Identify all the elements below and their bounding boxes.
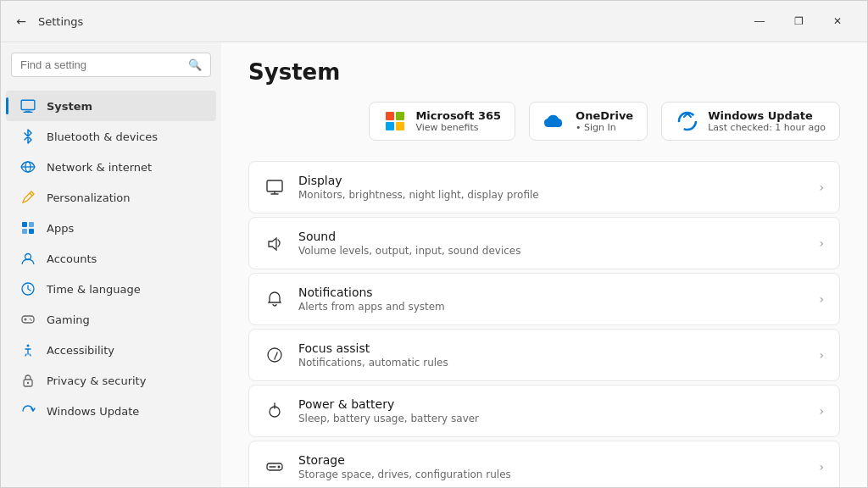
m365-name: Microsoft 365 (415, 109, 501, 122)
sidebar-item-update[interactable]: Windows Update (6, 396, 216, 426)
sidebar-item-gaming[interactable]: Gaming (6, 304, 216, 335)
privacy-icon (19, 372, 36, 389)
close-button[interactable]: ✕ (818, 8, 857, 35)
notifications-name: Notifications (298, 286, 805, 299)
sidebar-label-system: System (47, 100, 203, 113)
svg-point-14 (30, 319, 31, 320)
svg-rect-20 (267, 180, 282, 191)
sidebar-item-wrapper-apps: Apps (1, 213, 221, 243)
svg-point-15 (31, 319, 32, 321)
setting-row-storage[interactable]: Storage Storage space, drives, configura… (248, 441, 840, 487)
sidebar-item-time[interactable]: Time & language (6, 274, 216, 304)
minimize-button[interactable]: — (740, 8, 779, 35)
focus-icon (264, 345, 285, 365)
sound-name: Sound (298, 230, 805, 243)
sidebar-item-network[interactable]: Network & internet (6, 152, 216, 182)
sidebar-item-wrapper-network: Network & internet (1, 152, 221, 182)
sidebar-item-wrapper-privacy: Privacy & security (1, 365, 221, 396)
page-title: System (248, 59, 840, 85)
setting-row-notifications[interactable]: Notifications Alerts from apps and syste… (248, 273, 840, 325)
sidebar-label-time: Time & language (47, 283, 203, 296)
storage-desc: Storage space, drives, configuration rul… (298, 469, 805, 480)
display-text: Display Monitors, brightness, night ligh… (298, 174, 805, 201)
notifications-icon (264, 289, 285, 309)
back-button[interactable]: ← (11, 11, 31, 31)
search-box[interactable]: 🔍 (11, 53, 211, 77)
sidebar-item-bluetooth[interactable]: Bluetooth & devices (6, 121, 216, 152)
window-title: Settings (38, 15, 83, 28)
power-icon (264, 401, 285, 421)
focus-desc: Notifications, automatic rules (298, 357, 805, 369)
search-input[interactable] (20, 58, 181, 71)
promo-m365[interactable]: Microsoft 365 View benefits (369, 102, 515, 141)
sidebar-item-apps[interactable]: Apps (6, 213, 216, 243)
sidebar-label-apps: Apps (47, 222, 203, 235)
onedrive-sub: • Sign In (576, 122, 633, 133)
setting-row-focus[interactable]: Focus assist Notifications, automatic ru… (248, 329, 840, 381)
sidebar-label-gaming: Gaming (47, 313, 203, 326)
promo-bar: Microsoft 365 View benefits OneDrive • S… (248, 102, 840, 141)
onedrive-name: OneDrive (576, 109, 633, 122)
m365-text: Microsoft 365 View benefits (415, 109, 501, 133)
sidebar-item-wrapper-bluetooth: Bluetooth & devices (1, 121, 221, 152)
search-icon: 🔍 (188, 58, 202, 71)
settings-list: Display Monitors, brightness, night ligh… (248, 161, 840, 487)
notifications-text: Notifications Alerts from apps and syste… (298, 286, 805, 313)
display-chevron: › (819, 180, 824, 194)
storage-chevron: › (819, 460, 824, 474)
svg-point-18 (27, 382, 29, 384)
windows-update-promo-icon (676, 109, 699, 133)
m365-sub: View benefits (415, 122, 501, 133)
storage-icon (264, 457, 285, 477)
system-icon (19, 97, 36, 114)
sidebar-item-wrapper-accounts: Accounts (1, 243, 221, 274)
setting-row-display[interactable]: Display Monitors, brightness, night ligh… (248, 161, 840, 214)
power-chevron: › (819, 404, 824, 418)
setting-row-sound[interactable]: Sound Volume levels, output, input, soun… (248, 217, 840, 269)
display-name: Display (298, 174, 805, 187)
network-icon (19, 158, 36, 175)
notifications-chevron: › (819, 292, 824, 306)
title-bar: ← Settings — ❐ ✕ (1, 1, 867, 42)
sidebar-item-wrapper-personalization: Personalization (1, 182, 221, 213)
power-text: Power & battery Sleep, battery usage, ba… (298, 397, 805, 424)
personalization-icon (19, 189, 36, 206)
svg-rect-5 (22, 222, 27, 227)
svg-rect-0 (21, 100, 35, 109)
sidebar-label-accounts: Accounts (47, 252, 203, 265)
promo-windows-update[interactable]: Windows Update Last checked: 1 hour ago (661, 102, 840, 141)
maximize-button[interactable]: ❐ (779, 8, 818, 35)
sidebar-label-bluetooth: Bluetooth & devices (47, 130, 203, 143)
m365-icon (383, 109, 407, 133)
bluetooth-icon (19, 128, 36, 145)
storage-name: Storage (298, 453, 805, 467)
onedrive-text: OneDrive • Sign In (576, 109, 633, 133)
promo-onedrive[interactable]: OneDrive • Sign In (529, 102, 648, 141)
sidebar-item-system[interactable]: System (6, 91, 216, 121)
focus-name: Focus assist (298, 341, 805, 355)
power-name: Power & battery (298, 397, 805, 411)
sidebar-item-privacy[interactable]: Privacy & security (6, 365, 216, 396)
focus-text: Focus assist Notifications, automatic ru… (298, 341, 805, 369)
sidebar-item-personalization[interactable]: Personalization (6, 182, 216, 213)
accounts-icon (19, 250, 36, 267)
display-desc: Monitors, brightness, night light, displ… (298, 189, 805, 201)
svg-point-16 (27, 345, 30, 347)
sound-icon (264, 233, 285, 253)
sound-desc: Volume levels, output, input, sound devi… (298, 245, 805, 257)
main-panel: System Microsoft 365 Vie (221, 42, 867, 487)
sidebar-item-accounts[interactable]: Accounts (6, 243, 216, 274)
windows-update-name: Windows Update (708, 109, 826, 122)
setting-row-power[interactable]: Power & battery Sleep, battery usage, ba… (248, 385, 840, 437)
notifications-desc: Alerts from apps and system (298, 301, 805, 313)
sidebar-item-wrapper-accessibility: Accessibility (1, 335, 221, 365)
sidebar-item-accessibility[interactable]: Accessibility (6, 335, 216, 365)
sidebar-label-update: Windows Update (47, 405, 203, 418)
update-icon (19, 402, 36, 419)
svg-rect-7 (22, 229, 27, 234)
sidebar-label-network: Network & internet (47, 161, 203, 174)
sidebar-label-privacy: Privacy & security (47, 374, 203, 387)
svg-rect-11 (22, 316, 34, 323)
focus-chevron: › (819, 348, 824, 362)
sidebar-label-personalization: Personalization (47, 191, 203, 204)
